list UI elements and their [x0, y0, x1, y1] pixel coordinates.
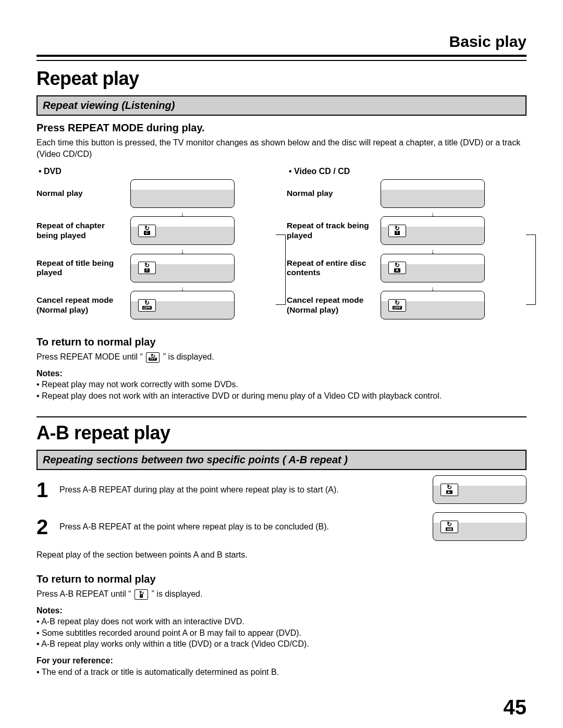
repeat-off-icon: ↻OFF: [146, 352, 160, 363]
note-item: A-B repeat play does not work with an in…: [36, 616, 527, 627]
section-header: Basic play: [36, 31, 527, 57]
step-1: 1 Press A-B REPEAT during play at the po…: [36, 475, 527, 504]
heading-repeat-play: Repeat play: [36, 66, 527, 92]
reference-list: The end of a track or title is automatic…: [36, 667, 527, 678]
arrow-down-icon: ↓: [130, 212, 235, 216]
instruction-heading: Press REPEAT MODE during play.: [36, 121, 527, 135]
tv-screen-icon: ↻A-: [433, 475, 527, 504]
subheading-bar-ab: Repeating sections between two specific …: [36, 450, 527, 470]
tv-screen-icon: ↻OFF: [381, 291, 485, 319]
return-text-post: ” is displayed.: [163, 352, 214, 361]
after-steps-text: Repeat play of the section between point…: [36, 549, 527, 561]
dvd-label-0: Normal play: [36, 189, 124, 199]
note-item: Repeat play may not work correctly with …: [36, 379, 527, 390]
instruction-description: Each time this button is pressed, the TV…: [36, 137, 527, 159]
arrow-down-icon: ↓: [130, 287, 235, 291]
repeat-off-icon: ↻OFF: [138, 299, 156, 312]
notes-list: Repeat play may not work correctly with …: [36, 379, 527, 401]
note-item: The end of a track or title is automatic…: [36, 667, 527, 678]
tv-screen-icon: ↻T: [130, 254, 235, 282]
rule: [36, 60, 527, 61]
notes-heading: Notes:: [36, 368, 527, 379]
vcd-flow: Normal play ↓ Repeat of track being play…: [287, 179, 527, 319]
dvd-label-3: Cancel repeat mode (Normal play): [36, 295, 124, 315]
repeat-dot-icon: ↻•: [134, 589, 148, 600]
arrow-down-icon: ↓: [381, 287, 485, 291]
step-2: 2 Press A-B REPEAT at the point where re…: [36, 512, 527, 541]
tv-screen-icon: ↻AB: [433, 512, 527, 541]
subheading-bar-repeat: Repeat viewing (Listening): [36, 95, 527, 116]
vcd-row-0: Normal play: [287, 179, 527, 208]
ab-notes-heading: Notes:: [36, 605, 527, 616]
dvd-head: • DVD: [36, 166, 276, 177]
return-heading: To return to normal play: [36, 335, 527, 349]
vcd-label-0: Normal play: [287, 189, 374, 199]
return-text-pre: Press REPEAT MODE until “: [36, 352, 145, 361]
arrow-down-icon: ↓: [381, 212, 485, 216]
repeat-off-icon: ↻OFF: [388, 299, 406, 312]
rule: [36, 416, 527, 417]
tv-screen-icon: [130, 179, 235, 208]
heading-ab-repeat: A-B repeat play: [36, 421, 527, 446]
tv-screen-icon: ↻A: [381, 254, 485, 282]
vcd-label-3: Cancel repeat mode (Normal play): [287, 295, 374, 315]
repeat-c-icon: ↻C: [138, 225, 156, 237]
vcd-row-3: Cancel repeat mode (Normal play) ↻OFF: [287, 291, 527, 319]
tv-screen-icon: ↻C: [130, 216, 235, 245]
note-item: Some subtitles recorded around point A o…: [36, 627, 527, 639]
vcd-head: • Video CD / CD: [287, 166, 527, 177]
dvd-row-3: Cancel repeat mode (Normal play) ↻OFF: [36, 291, 276, 319]
repeat-a-dash-icon: ↻A-: [440, 484, 458, 496]
ab-return-text: Press A-B REPEAT until “ ↻• ” is display…: [36, 588, 527, 600]
ab-return-text-post: ” is displayed.: [152, 589, 203, 598]
arrow-down-icon: ↓: [130, 249, 235, 253]
vcd-label-2: Repeat of entire disc contents: [287, 258, 374, 278]
mode-columns: • DVD Normal play ↓ Repeat of chapter be…: [36, 166, 527, 324]
tv-screen-icon: ↻T: [381, 216, 485, 245]
step-text: Press A-B REPEAT at the point where repe…: [59, 521, 425, 533]
loop-arrow-icon: [535, 235, 536, 305]
repeat-t-icon: ↻T: [138, 262, 156, 274]
vcd-row-1: Repeat of track being played ↻T: [287, 216, 527, 245]
repeat-t-icon: ↻T: [388, 225, 406, 237]
dvd-row-1: Repeat of chapter being played ↻C: [36, 216, 276, 245]
vcd-label-1: Repeat of track being played: [287, 221, 374, 240]
repeat-ab-icon: ↻AB: [440, 521, 458, 533]
loop-arrow-icon: [285, 235, 286, 305]
dvd-flow: Normal play ↓ Repeat of chapter being pl…: [36, 179, 276, 319]
return-text: Press REPEAT MODE until “ ↻OFF ” is disp…: [36, 351, 527, 363]
dvd-column: • DVD Normal play ↓ Repeat of chapter be…: [36, 166, 276, 324]
ab-return-heading: To return to normal play: [36, 572, 527, 586]
note-item: Repeat play does not work with an intera…: [36, 390, 527, 402]
note-item: A-B repeat play works only within a titl…: [36, 638, 527, 650]
step-text: Press A-B REPEAT during play at the poin…: [59, 484, 425, 496]
step-number: 1: [36, 476, 52, 504]
page-number: 45: [36, 693, 527, 721]
step-number: 2: [36, 513, 52, 541]
repeat-a-icon: ↻A: [388, 262, 406, 274]
tv-screen-icon: [381, 179, 485, 208]
ab-notes-list: A-B repeat play does not work with an in…: [36, 616, 527, 650]
vcd-row-2: Repeat of entire disc contents ↻A: [287, 254, 527, 282]
vcd-column: • Video CD / CD Normal play ↓ Repeat of …: [287, 166, 527, 324]
dvd-row-0: Normal play: [36, 179, 276, 208]
dvd-label-2: Repeat of title being played: [36, 258, 124, 278]
tv-screen-icon: ↻OFF: [130, 291, 235, 319]
dvd-row-2: Repeat of title being played ↻T: [36, 254, 276, 282]
ab-return-text-pre: Press A-B REPEAT until “: [36, 589, 133, 598]
arrow-down-icon: ↓: [381, 249, 485, 253]
dvd-label-1: Repeat of chapter being played: [36, 221, 124, 240]
reference-heading: For your reference:: [36, 655, 527, 667]
